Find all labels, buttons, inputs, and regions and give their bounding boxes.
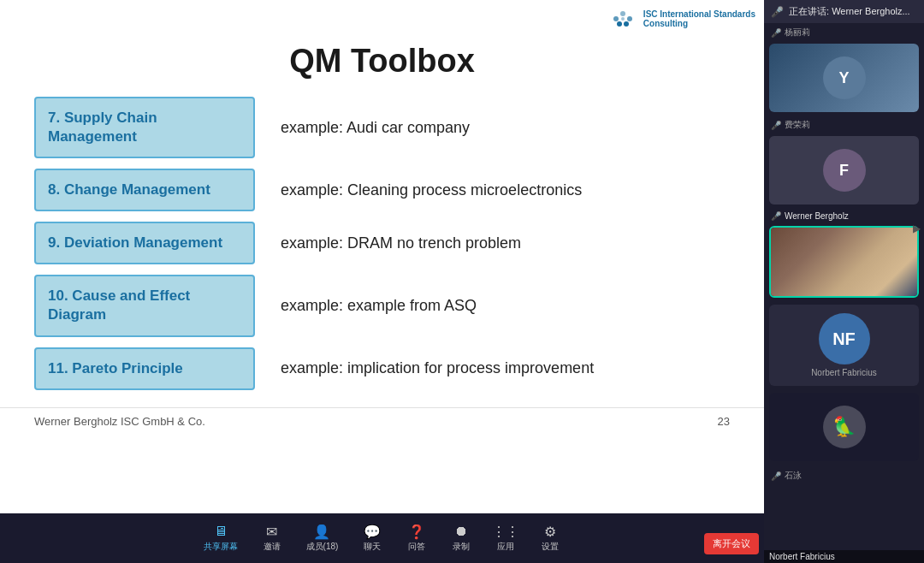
svg-point-3 [617, 21, 622, 27]
item-example-1: example: Audi car company [281, 119, 730, 137]
fabricius-avatar: 🦜 [823, 406, 866, 448]
toolbar-apps[interactable]: ⋮⋮ 应用 [495, 524, 516, 553]
fabricius-video: 🦜 [769, 393, 919, 461]
record-icon: ⏺ [451, 524, 471, 539]
participant-name-yang: 🎤 杨丽莉 [764, 23, 924, 40]
active-speaker-bar: 🎤 正在讲话: Werner Bergholz... [764, 0, 924, 23]
item-label-4: 10. Cause and Effect Diagram [34, 275, 255, 336]
werner-name-label: Werner Bergholz [785, 211, 849, 221]
presentation-wrapper: ISC International Standards Consulting Q… [0, 0, 764, 563]
scroll-hint: ▶ [913, 222, 921, 234]
yang-video: Y [769, 44, 919, 112]
item-example-5: example: implication for process improve… [281, 359, 730, 377]
yang-name-label: 杨丽莉 [785, 27, 810, 39]
record-label: 录制 [453, 541, 470, 553]
footer-company: Werner Bergholz ISC GmbH & Co. [34, 415, 205, 428]
toolbar-members[interactable]: 👤 成员(18) [306, 524, 339, 553]
logo-text: ISC International Standards Consulting [643, 9, 755, 28]
toolbar-qa[interactable]: ❓ 问答 [406, 524, 427, 553]
participant-tile-werner [769, 226, 919, 298]
yang-avatar: Y [823, 56, 866, 99]
participant-tile-fei: F [769, 136, 919, 204]
invite-label: 邀请 [264, 541, 281, 553]
mic-icon: 🎤 [771, 6, 784, 18]
item-row-1: 7. Supply Chain Management example: Audi… [34, 97, 730, 158]
nf-avatar: NF [819, 313, 870, 364]
toolbar-invite[interactable]: ✉ 邀请 [262, 524, 282, 553]
item-example-2: example: Cleaning process microelectroni… [281, 181, 730, 199]
participant-tile-yang: Y [769, 44, 919, 112]
participant-tile-fabricius: 🦜 Norbert Fabricius [769, 393, 919, 461]
members-icon: 👤 [311, 524, 332, 539]
participant-name-fei: 🎤 费荣莉 [764, 116, 924, 133]
right-panel: 🎤 正在讲话: Werner Bergholz... 🎤 杨丽莉 Y 🎤 费荣莉… [764, 0, 924, 563]
footer-page: 23 [718, 415, 730, 428]
isc-logo-icon [607, 7, 638, 31]
items-grid: 7. Supply Chain Management example: Audi… [34, 97, 730, 390]
apps-label: 应用 [497, 541, 514, 553]
svg-point-5 [621, 17, 625, 21]
share-screen-label: 共享屏幕 [204, 541, 238, 553]
item-row-2: 8. Change Management example: Cleaning p… [34, 169, 730, 211]
slide: ISC International Standards Consulting Q… [0, 0, 764, 513]
toolbar-record[interactable]: ⏺ 录制 [451, 524, 471, 553]
settings-label: 设置 [542, 541, 559, 553]
shi-name: 石泳 [785, 470, 802, 482]
leave-meeting-button[interactable]: 离开会议 [704, 533, 759, 554]
logo-area: ISC International Standards Consulting [607, 7, 755, 31]
item-label-3: 9. Deviation Management [34, 222, 255, 264]
item-label-2: 8. Change Management [34, 169, 255, 211]
item-row-3: 9. Deviation Management example: DRAM no… [34, 222, 730, 264]
svg-point-0 [620, 11, 625, 16]
mic-muted-icon-yang: 🎤 [771, 28, 781, 38]
svg-point-4 [624, 21, 629, 27]
mic-muted-icon-fei: 🎤 [771, 121, 781, 130]
qa-label: 问答 [408, 541, 425, 553]
nf-name-label: Norbert Fabricius [811, 368, 877, 377]
item-example-4: example: example from ASQ [281, 297, 730, 315]
qa-icon: ❓ [406, 524, 427, 539]
participant-tile-nf: NF Norbert Fabricius [769, 305, 919, 386]
fei-avatar: F [823, 149, 866, 192]
toolbar-share-screen[interactable]: 🖥 共享屏幕 [204, 524, 238, 553]
shi-row: 🎤 石泳 [764, 465, 924, 487]
chat-label: 聊天 [364, 541, 381, 553]
item-label-5: 11. Pareto Principle [34, 347, 255, 390]
fei-name-label: 费荣莉 [785, 119, 810, 131]
participant-name-werner: 🎤 Werner Bergholz [764, 208, 924, 222]
share-screen-icon: 🖥 [210, 524, 231, 539]
svg-point-2 [627, 16, 632, 21]
mic-icon-shi: 🎤 [771, 471, 781, 481]
chat-icon: 💬 [362, 524, 382, 539]
active-speaker-label: 正在讲话: Werner Bergholz... [789, 5, 910, 18]
svg-point-1 [613, 16, 619, 21]
mic-icon-werner: 🎤 [771, 211, 781, 221]
item-row-5: 11. Pareto Principle example: implicatio… [34, 347, 730, 390]
slide-title: QM Toolbox [34, 43, 730, 80]
slide-footer: Werner Bergholz ISC GmbH & Co. 23 [0, 407, 764, 438]
item-example-3: example: DRAM no trench problem [281, 234, 730, 252]
item-row-4: 10. Cause and Effect Diagram example: ex… [34, 275, 730, 336]
item-label-1: 7. Supply Chain Management [34, 97, 255, 158]
apps-icon: ⋮⋮ [495, 524, 516, 539]
settings-icon: ⚙ [540, 524, 560, 539]
members-label: 成员(18) [306, 541, 339, 553]
toolbar-settings[interactable]: ⚙ 设置 [540, 524, 560, 553]
toolbar-chat[interactable]: 💬 聊天 [362, 524, 382, 553]
invite-icon: ✉ [262, 524, 282, 539]
fei-video: F [769, 136, 919, 204]
werner-video [771, 228, 917, 296]
slide-content: QM Toolbox 7. Supply Chain Management ex… [0, 0, 764, 399]
toolbar: 🖥 共享屏幕 ✉ 邀请 👤 成员(18) 💬 聊天 ❓ 问答 ⏺ 录制 ⋮⋮ 应… [0, 513, 764, 563]
